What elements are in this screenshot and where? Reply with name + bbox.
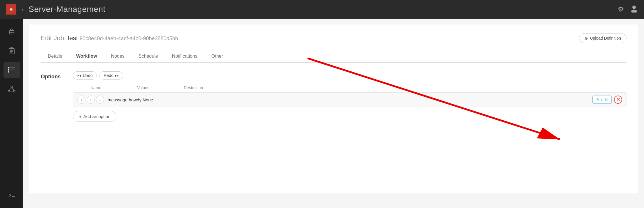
delete-option-button[interactable]: ✕ [614,96,622,104]
options-section: Options ⏮ Undo Redo ⏭ Name [41,71,626,122]
undo-button[interactable]: ⏮ Undo [73,71,97,80]
svg-point-0 [632,6,636,9]
sidebar-item-network[interactable] [4,81,20,97]
tab-details[interactable]: Details [41,50,69,62]
svg-line-18 [9,88,12,90]
sidebar-item-clipboard[interactable] [4,43,20,59]
job-name: test [68,34,78,42]
svg-line-19 [12,88,14,90]
top-bar-actions: ⚙ [618,4,638,14]
content-inner: Edit Job: test 90c8e40d-4aeb-4acf-a4b0-9… [29,24,638,193]
tab-other[interactable]: Other [204,50,230,62]
edit-pencil-icon: ✎ [596,97,600,102]
tab-notifications[interactable]: Notifications [165,50,204,62]
edit-option-button[interactable]: ✎ edit [592,96,612,104]
undo-redo-bar: ⏮ Undo Redo ⏭ [73,71,626,80]
sort-down-button[interactable]: ↓ [96,96,104,104]
tab-schedule[interactable]: Schedule [132,50,165,62]
edit-job-title: Edit Job: test 90c8e40d-4aeb-4acf-a4b0-9… [41,34,178,42]
job-uuid: 90c8e40d-4aeb-4acf-a4b0-90be3880d5bb [80,36,178,41]
logo-area: ≡ › Server-Management [6,4,106,15]
redo-icon: ⏭ [115,73,119,78]
tabs: Details Workflow Nodes Schedule Notifica… [41,50,626,63]
option-text: messsage howdy None [108,97,589,102]
upload-icon: ⊕ [584,36,588,40]
svg-point-13 [8,69,9,70]
gear-icon[interactable]: ⚙ [618,5,624,13]
svg-point-14 [8,71,9,73]
upload-definition-button[interactable]: ⊕ Upload Definition [579,33,626,43]
sidebar-item-list[interactable] [4,62,20,78]
sidebar [0,19,23,208]
col-header-restriction: Restriction [184,85,230,90]
content-area: Edit Job: test 90c8e40d-4aeb-4acf-a4b0-9… [23,19,644,208]
sort-controls: ↕ ↑ ↓ [77,96,104,104]
option-actions: ✎ edit ✕ [592,96,622,104]
user-icon[interactable] [630,4,638,14]
redo-button[interactable]: Redo ⏭ [99,71,123,80]
tab-nodes[interactable]: Nodes [104,50,132,62]
col-header-name: Name [90,85,137,90]
top-bar: ≡ › Server-Management ⚙ [0,0,644,19]
table-row: ↕ ↑ ↓ messsage howdy None ✎ edit ✕ [73,92,626,107]
svg-rect-4 [9,48,14,54]
main-layout: Edit Job: test 90c8e40d-4aeb-4acf-a4b0-9… [0,19,644,208]
sort-up-down-button[interactable]: ↕ [77,96,85,104]
svg-point-1 [631,10,637,13]
add-icon: + [79,114,82,119]
undo-icon: ⏮ [77,73,81,78]
options-content: ⏮ Undo Redo ⏭ Name Values Restriction [73,71,626,122]
edit-job-header: Edit Job: test 90c8e40d-4aeb-4acf-a4b0-9… [41,33,626,43]
svg-point-12 [8,67,9,68]
column-headers: Name Values Restriction [73,84,626,92]
svg-point-15 [11,86,13,88]
sidebar-item-briefcase[interactable] [4,23,20,40]
options-label: Options [41,71,64,80]
col-header-values: Values [137,85,184,90]
tab-workflow[interactable]: Workflow [69,50,104,62]
breadcrumb-chevron: › [22,6,23,13]
sidebar-item-terminal[interactable] [4,187,20,203]
logo-icon: ≡ [6,4,16,15]
page-title: Server-Management [29,5,106,14]
edit-job-prefix: Edit Job: [41,34,66,42]
sort-up-button[interactable]: ↑ [87,96,95,104]
add-option-button[interactable]: + Add an option [73,111,116,122]
